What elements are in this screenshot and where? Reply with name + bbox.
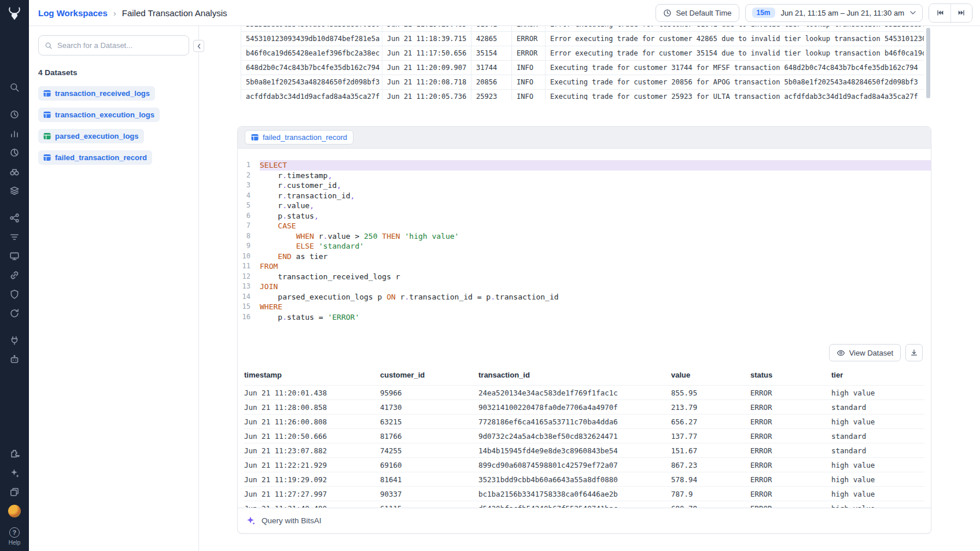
sql-line: 14 parsed_execution_logs p ON r.transact… — [238, 292, 931, 302]
monitor-icon[interactable] — [5, 246, 24, 265]
main-panel: 35231bdd9cbb4b60a6643a55a8df0880Jun 21 1… — [199, 26, 980, 551]
sql-line: 8 WHEN r.value > 250 THEN 'high value' — [238, 231, 931, 242]
result-row[interactable]: Jun 21 11:20:01.4389596624ea520134e34ac5… — [244, 385, 924, 400]
result-row[interactable]: Jun 21 11:21:40.48061115d5420bfacfb54240… — [244, 501, 924, 508]
result-row[interactable]: Jun 21 11:26:00.808632157728186ef6ca4165… — [244, 414, 924, 428]
line-number: 8 — [238, 231, 260, 242]
download-icon — [910, 349, 918, 357]
log-preview-scrollbar[interactable] — [926, 28, 930, 98]
plug-icon[interactable] — [5, 331, 24, 350]
column-header-tier[interactable]: tier — [831, 371, 924, 379]
view-dataset-button[interactable]: View Dataset — [829, 344, 901, 361]
column-header-status[interactable]: status — [750, 371, 831, 379]
dataset-search-input[interactable] — [57, 41, 183, 50]
dataset-chip-parsed_execution_logs[interactable]: parsed_execution_logs — [38, 129, 144, 143]
goat-logo-icon — [6, 6, 23, 22]
results-table: timestampcustomer_idtransaction_idvalues… — [238, 367, 931, 508]
results-toolbar: View Dataset — [238, 337, 931, 367]
app-root: ? Help Log Workspaces › Failed Transacti… — [0, 0, 980, 551]
skip-back-icon — [936, 9, 944, 17]
line-number: 9 — [238, 241, 260, 252]
link-icon[interactable] — [5, 265, 24, 284]
chevron-down-icon — [910, 11, 916, 14]
dataset-list: transaction_received_logstransaction_exe… — [38, 86, 189, 165]
result-row[interactable]: Jun 21 11:19:29.0928164135231bdd9cbb4b60… — [244, 472, 924, 486]
collapse-sidebar-button[interactable] — [193, 40, 204, 52]
sql-line: 2 r.timestamp, — [238, 171, 931, 181]
help-label: Help — [9, 539, 21, 546]
sql-line: 12 transaction_received_logs r — [238, 272, 931, 282]
help-icon: ? — [9, 527, 20, 538]
clock-refresh-icon[interactable] — [5, 304, 24, 323]
column-header-customer_id[interactable]: customer_id — [380, 371, 478, 379]
sql-line: 15WHERE — [238, 302, 931, 312]
log-row[interactable]: 545310123093439db10d874bef281e5aJun 21 1… — [241, 32, 924, 46]
bot-icon[interactable] — [5, 350, 24, 369]
skip-forward-icon — [957, 9, 966, 17]
skip-back-button[interactable] — [929, 4, 950, 22]
sql-line: 11FROM — [238, 261, 931, 272]
log-row[interactable]: 35231bdd9cbb4b60a6643a55a8df0880Jun 21 1… — [241, 26, 924, 32]
dataset-chip-label: failed_transaction_record — [55, 153, 147, 162]
dataset-chip-label: transaction_execution_logs — [55, 110, 154, 119]
column-header-timestamp[interactable]: timestamp — [244, 371, 380, 379]
help-button[interactable]: ? Help — [9, 527, 21, 551]
bar-chart-icon[interactable] — [5, 124, 24, 143]
log-row[interactable]: b46f0ca19d65428ea1ef396fbc2a38ecJun 21 1… — [241, 46, 924, 61]
table-icon — [43, 90, 51, 97]
binoculars-icon[interactable] — [5, 162, 24, 181]
view-dataset-label: View Dataset — [849, 349, 893, 357]
line-number: 14 — [238, 292, 260, 302]
line-number: 15 — [238, 302, 260, 312]
log-row[interactable]: 5b0a8e1f202543a48284650f2d098bf3Jun 21 1… — [241, 75, 924, 90]
search-icon[interactable] — [5, 77, 24, 97]
time-range-duration-badge: 15m — [752, 8, 775, 18]
result-row[interactable]: Jun 21 11:20:50.666817669d0732c24a5a4cb3… — [244, 428, 924, 443]
chevron-left-icon — [196, 43, 202, 50]
puzzle-icon[interactable] — [5, 444, 24, 463]
result-row[interactable]: Jun 21 11:27:27.99790337bc1ba2156b334175… — [244, 486, 924, 501]
results-table-header: timestampcustomer_idtransaction_idvalues… — [244, 367, 924, 385]
shield-icon[interactable] — [5, 284, 24, 304]
pie-chart-icon[interactable] — [5, 143, 24, 162]
dataset-chip-label: failed_transaction_record — [263, 133, 347, 142]
column-header-value[interactable]: value — [671, 371, 750, 379]
sparkles-icon[interactable] — [5, 463, 24, 482]
filter-icon[interactable] — [5, 227, 24, 246]
app-logo[interactable] — [0, 0, 29, 28]
line-number: 10 — [238, 252, 260, 262]
share-nodes-icon[interactable] — [5, 208, 24, 227]
copy-windows-icon[interactable] — [5, 482, 24, 501]
dataset-chip-transaction_execution_logs[interactable]: transaction_execution_logs — [38, 108, 160, 122]
result-row[interactable]: Jun 21 11:22:21.92969160899cd90a60874598… — [244, 457, 924, 472]
download-button[interactable] — [905, 344, 923, 361]
dataset-chip-transaction_received_logs[interactable]: transaction_received_logs — [38, 86, 155, 101]
layers-icon[interactable] — [5, 181, 24, 200]
clock-icon — [663, 9, 672, 17]
line-number: 11 — [238, 261, 260, 272]
log-row[interactable]: acfdfdab3c34d1d9acfad8a4a35ca27fJun 21 1… — [241, 90, 924, 100]
set-default-time-button[interactable]: Set Default Time — [655, 4, 739, 22]
bitsai-footer[interactable]: Query with BitsAI — [238, 508, 931, 533]
log-row[interactable]: 648d2b0c74c843b7bc4fe35db162c794Jun 21 1… — [241, 61, 924, 75]
user-avatar[interactable] — [5, 501, 24, 520]
topbar-actions: Set Default Time 15m Jun 21, 11:15 am – … — [655, 3, 972, 23]
breadcrumb-log-workspaces-link[interactable]: Log Workspaces — [38, 8, 108, 18]
line-number: 4 — [238, 191, 260, 201]
sql-line: 9 ELSE 'standard' — [238, 241, 931, 252]
dataset-chip-failed-transaction-record[interactable]: failed_transaction_record — [245, 130, 353, 145]
line-number: 13 — [238, 282, 260, 292]
time-range-picker[interactable]: 15m Jun 21, 11:15 am – Jun 21, 11:30 am — [745, 4, 923, 22]
breadcrumb: Log Workspaces › Failed Transaction Anal… — [38, 8, 227, 18]
results-table-body: Jun 21 11:20:01.4389596624ea520134e34ac5… — [244, 385, 924, 508]
skip-forward-button[interactable] — [950, 4, 972, 22]
result-row[interactable]: Jun 21 11:23:07.8827425514b4b15945fd4e9e… — [244, 443, 924, 457]
result-row[interactable]: Jun 21 11:28:00.85841730903214100220478f… — [244, 400, 924, 414]
history-icon[interactable] — [5, 105, 24, 124]
column-header-transaction_id[interactable]: transaction_id — [478, 371, 671, 379]
sql-line: 7 CASE — [238, 221, 931, 231]
line-number: 6 — [238, 211, 260, 221]
sql-line: 16 p.status = 'ERROR' — [238, 312, 931, 323]
dataset-chip-failed_transaction_record[interactable]: failed_transaction_record — [38, 150, 152, 165]
sql-editor[interactable]: 1SELECT2 r.timestamp,3 r.customer_id,4 r… — [238, 149, 931, 337]
